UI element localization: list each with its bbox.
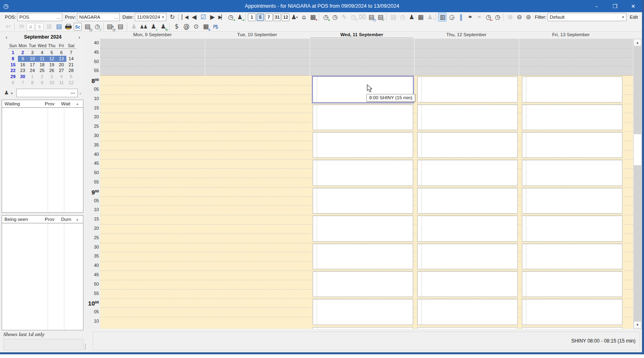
calendar-day[interactable]: 26 [47, 68, 57, 74]
patient-verify-button[interactable]: ♟✓ [149, 22, 158, 31]
calendar-day[interactable]: 28 [66, 68, 76, 74]
patient-search-input[interactable] [16, 89, 78, 97]
patient-fees-button[interactable]: P$ [211, 22, 220, 31]
columns-view-button[interactable]: ▥ [438, 13, 446, 22]
appointment-slot[interactable] [313, 271, 413, 297]
appointment-slot[interactable] [417, 299, 518, 325]
scrollbar-thumb[interactable] [634, 134, 641, 165]
view-1-day-button[interactable]: 1 [248, 13, 256, 21]
appointment-slot[interactable] [522, 244, 622, 269]
calendar-day[interactable]: 3 [47, 74, 57, 80]
calendar-day[interactable]: 8 [28, 80, 37, 86]
pos-select-ellipsis-button[interactable]: … [56, 13, 62, 21]
patient-sync-button[interactable]: ♟↻ [158, 22, 167, 31]
appointment-slot[interactable] [313, 132, 413, 158]
future-appointments-button[interactable]: ◷ [493, 13, 501, 22]
calendar-day[interactable]: 10 [47, 80, 57, 86]
calendar-day[interactable]: 6 [8, 80, 18, 86]
zoom-out-button[interactable]: ⊖ [515, 13, 523, 22]
calendar-day[interactable]: 18 [37, 62, 47, 68]
calendar-day[interactable]: 12 [66, 80, 76, 86]
scroll-down-button[interactable]: ▼ [634, 321, 641, 328]
scroll-up-button[interactable]: ▲ [634, 39, 641, 46]
edit-filter-button[interactable]: Edit [630, 15, 638, 20]
calendar-day[interactable]: 21 [66, 62, 76, 68]
calendar-day[interactable]: 15 [8, 62, 18, 68]
calendar-add-button[interactable]: ▦+ [201, 22, 210, 31]
time-columns-button[interactable]: ◶ [447, 13, 456, 22]
calendar-day[interactable]: 23 [18, 68, 28, 74]
appointment-slot[interactable] [417, 160, 518, 186]
appointment-slot[interactable] [313, 188, 413, 214]
calendar-day[interactable]: 20 [57, 62, 66, 68]
link-appointments-button[interactable]: ⚭ [466, 13, 474, 22]
print-button[interactable] [64, 22, 73, 31]
calendar-day[interactable]: 7 [66, 50, 76, 56]
appointment-slot[interactable] [522, 327, 622, 329]
calendar-day[interactable]: 12 [47, 56, 57, 62]
calendar-day[interactable]: 9 [18, 56, 28, 62]
prov-select-ellipsis-button[interactable]: … [113, 13, 119, 21]
calendar-day[interactable]: 9 [37, 80, 47, 86]
billing-button[interactable]: $ [172, 22, 181, 31]
appointment-slot[interactable] [522, 216, 622, 241]
date-select-arrow-icon[interactable]: ▾ [160, 13, 166, 21]
view-12-month-button[interactable]: 12 [282, 13, 289, 21]
appointment-slot[interactable] [313, 160, 413, 186]
appointment-slot[interactable] [417, 132, 518, 158]
appointment-slot[interactable] [417, 76, 518, 102]
view-5-day-button[interactable]: 5 [256, 13, 264, 21]
pos-select[interactable]: POS… [17, 13, 62, 21]
appointment-slot[interactable] [522, 76, 622, 102]
appointment-slot[interactable] [522, 299, 622, 325]
search-button[interactable]: ⊙ [191, 22, 200, 31]
documents-button[interactable]: ▤ [54, 22, 63, 31]
appointment-slot[interactable] [313, 216, 413, 241]
calendar-day[interactable]: 4 [57, 74, 66, 80]
go-today-button[interactable]: ☑ [199, 13, 207, 22]
calendar-day[interactable]: 5 [66, 74, 76, 80]
confirm-appointment-button[interactable]: ▤✓ [376, 13, 384, 22]
appointment-slot[interactable] [313, 105, 413, 130]
calendar-day[interactable]: 27 [57, 68, 66, 74]
calendar-day[interactable]: 2 [37, 74, 47, 80]
appointment-slot[interactable] [313, 327, 413, 329]
payment-button[interactable]: ▤ [116, 22, 125, 31]
calendar-day[interactable]: 6 [57, 50, 66, 56]
facility-button[interactable]: ▦• [309, 13, 317, 22]
calendar-day[interactable]: 3 [28, 50, 37, 56]
goto-provider-time-button[interactable]: ♟→ [235, 13, 243, 22]
calendar-day[interactable]: 1 [8, 50, 18, 56]
calendar-day[interactable]: 5 [47, 50, 57, 56]
patient-search-ellipsis-button[interactable]: … [69, 90, 77, 96]
calendar-next-month-button[interactable]: › [76, 34, 83, 40]
appointment-slot[interactable] [417, 188, 518, 214]
calendar-day[interactable]: 11 [37, 56, 47, 62]
date-select[interactable]: 11/09/2024▾ [135, 13, 166, 21]
nav-first-button[interactable]: ▏◀ [180, 13, 188, 22]
document-time-button[interactable]: ▤◷ [83, 22, 92, 31]
minimize-button[interactable]: – [587, 0, 606, 12]
calendar-day[interactable]: 16 [18, 62, 28, 68]
appointment-slot[interactable] [417, 327, 518, 329]
vertical-scrollbar[interactable]: ▲ ▼ [633, 39, 642, 329]
previous-appointments-button[interactable]: ◷← [484, 13, 492, 22]
appointment-slot[interactable] [313, 244, 413, 269]
calendar-day[interactable]: 29 [8, 74, 18, 80]
calendar-day[interactable]: 30 [18, 74, 28, 80]
appointment-slot[interactable] [417, 244, 518, 269]
appointment-slot[interactable] [522, 160, 622, 186]
calendar-day[interactable]: 10 [28, 56, 37, 62]
nav-previous-button[interactable]: ◀ [190, 13, 198, 22]
appointment-slot[interactable] [522, 132, 622, 158]
maximize-button[interactable]: ❒ [606, 0, 624, 12]
refresh-button[interactable]: ↻ [168, 13, 176, 22]
new-appointment-button[interactable]: ◷+ [321, 13, 329, 22]
appointment-slot[interactable] [417, 105, 518, 130]
close-button[interactable]: ✕ [624, 0, 642, 12]
filter-select[interactable]: Default▾ [548, 13, 626, 21]
home-button[interactable]: ⌂ [299, 13, 307, 22]
list-column-header[interactable]: Being seen [2, 217, 45, 222]
calendar-day[interactable]: 4 [37, 50, 47, 56]
calendar-day[interactable]: 7 [18, 80, 28, 86]
